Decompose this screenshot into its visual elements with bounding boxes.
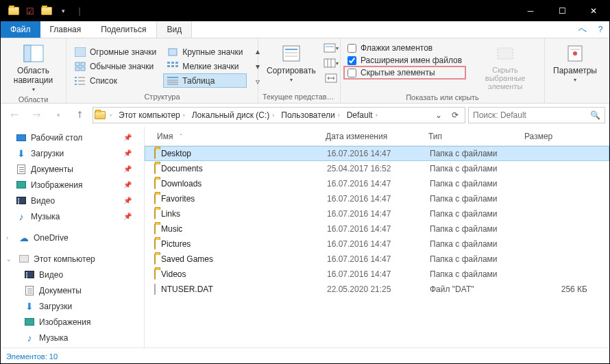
nav-item[interactable]: Документы📌 — [1, 161, 144, 177]
expand-icon[interactable]: › — [6, 234, 14, 241]
add-columns-button[interactable]: ▾ — [323, 56, 339, 70]
size-columns-button[interactable] — [323, 71, 339, 85]
file-row[interactable]: Links16.07.2016 14:47Папка с файлами — [145, 206, 609, 221]
file-type: Папка с файлами — [430, 194, 526, 204]
svg-rect-18 — [75, 84, 77, 85]
nav-item[interactable]: Видео📌 — [1, 193, 144, 208]
file-row[interactable]: Music16.07.2016 14:47Папка с файлами — [145, 221, 609, 236]
group-by-button[interactable]: ▾ — [323, 41, 339, 55]
search-input[interactable]: Поиск: Default 🔍 — [468, 107, 605, 123]
breadcrumb[interactable]: Локальный диск (C:)› — [189, 110, 278, 120]
file-row[interactable]: Favorites16.07.2016 14:47Папка с файлами — [145, 191, 609, 206]
nav-item-label: Музыка — [39, 333, 68, 343]
address-bar[interactable]: › Этот компьютер› Локальный диск (C:)› П… — [93, 107, 465, 123]
layout-extra-large[interactable]: Огромные значки — [71, 45, 160, 59]
file-row[interactable]: Downloads16.07.2016 14:47Папка с файлами — [145, 176, 609, 191]
layout-large[interactable]: Крупные значки — [163, 45, 247, 59]
desktop-icon — [16, 132, 27, 143]
file-date: 16.07.2016 14:47 — [327, 179, 430, 189]
column-date[interactable]: Дата изменения — [317, 132, 420, 141]
file-date: 16.07.2016 14:47 — [327, 224, 430, 234]
breadcrumb[interactable]: Этот компьютер› — [116, 110, 188, 120]
nav-item[interactable]: ♪Музыка📌 — [1, 208, 144, 224]
minimize-button[interactable]: ─ — [515, 1, 546, 21]
layout-small[interactable]: Мелкие значки — [163, 59, 247, 73]
navigation-pane-button[interactable]: Область навигации ▾ — [5, 41, 62, 94]
folder-icon — [95, 110, 106, 121]
file-row[interactable]: Saved Games16.07.2016 14:47Папка с файла… — [145, 252, 609, 267]
folder-icon — [154, 194, 156, 204]
refresh-icon[interactable]: ⟳ — [447, 108, 463, 123]
column-size[interactable]: Размер — [516, 132, 578, 141]
breadcrumb[interactable]: Пользователи› — [278, 110, 342, 120]
nav-item[interactable]: ⬇Загрузки — [1, 298, 144, 314]
navigation-pane[interactable]: Рабочий стол📌⬇Загрузки📌Документы📌Изображ… — [1, 127, 145, 348]
address-dropdown-icon[interactable]: ⌄ — [430, 108, 447, 123]
file-extensions-toggle[interactable]: Расширения имен файлов — [345, 55, 465, 66]
up-button[interactable]: 🡑 — [71, 107, 90, 123]
folder-icon — [154, 209, 156, 219]
file-date: 25.04.2017 16:52 — [327, 164, 430, 173]
close-button[interactable]: ✕ — [578, 1, 609, 21]
file-row[interactable]: Pictures16.07.2016 14:47Папка с файлами — [145, 236, 609, 252]
layout-list[interactable]: Список — [71, 73, 160, 88]
qat-dropdown-icon[interactable]: ▾ — [56, 3, 71, 19]
tab-share[interactable]: Поделиться — [91, 21, 156, 38]
video-icon — [24, 269, 35, 280]
file-type: Папка с файлами — [430, 269, 526, 279]
document-icon — [16, 164, 27, 175]
hidden-items-toggle[interactable]: Скрытые элементы — [345, 67, 465, 78]
nav-onedrive[interactable]: ›☁OneDrive — [1, 230, 144, 245]
nav-item[interactable]: ⬇Загрузки📌 — [1, 145, 144, 161]
file-name: Documents — [161, 164, 203, 173]
forward-button[interactable]: 🡒 — [27, 107, 46, 123]
file-name: Music — [161, 224, 182, 234]
svg-rect-24 — [283, 46, 300, 61]
layout-gallery[interactable]: Огромные значки Крупные значки Обычные з… — [71, 45, 247, 88]
nav-item[interactable]: Видео — [1, 267, 144, 282]
file-row[interactable]: Documents25.04.2017 16:52Папка с файлами — [145, 161, 609, 176]
sort-button[interactable]: Сортировать ▾ — [263, 41, 320, 84]
column-headers[interactable]: Имяˆ Дата изменения Тип Размер — [145, 127, 609, 146]
recent-dropdown[interactable]: ▾ — [49, 107, 68, 123]
pictures-icon — [16, 180, 27, 191]
back-button[interactable]: 🡐 — [5, 107, 24, 123]
ribbon-collapse-icon[interactable]: へ — [574, 21, 591, 38]
file-name: Favorites — [161, 194, 195, 204]
folder-icon — [154, 224, 156, 234]
pin-icon: 📌 — [123, 213, 132, 220]
file-type: Папка с файлами — [430, 239, 526, 249]
help-icon[interactable]: ? — [591, 21, 609, 38]
options-button[interactable]: Параметры ▾ — [549, 41, 601, 84]
nav-item-label: Музыка — [31, 212, 60, 221]
breadcrumb-sep[interactable]: › — [107, 112, 114, 119]
nav-item[interactable]: Изображения📌 — [1, 177, 144, 193]
ribbon: Область навигации ▾ Области Огромные зна… — [1, 38, 609, 104]
file-list[interactable]: Desktop16.07.2016 14:47Папка с файламиDo… — [145, 146, 609, 297]
maximize-button[interactable]: ☐ — [546, 1, 578, 21]
nav-item[interactable]: Изображения — [1, 314, 144, 330]
file-row[interactable]: Videos16.07.2016 14:47Папка с файлами — [145, 267, 609, 282]
nav-this-pc[interactable]: ⌄Этот компьютер — [1, 251, 144, 267]
file-name: NTUSER.DAT — [161, 284, 213, 294]
file-row[interactable]: NTUSER.DAT22.05.2020 21:25Файл "DAT"256 … — [145, 282, 609, 297]
file-row[interactable]: Desktop16.07.2016 14:47Папка с файлами — [145, 146, 609, 161]
qat-new-folder-icon[interactable] — [39, 3, 54, 19]
file-menu[interactable]: Файл — [1, 21, 40, 38]
tab-view[interactable]: Вид — [156, 21, 192, 38]
qat-folder-icon[interactable] — [6, 3, 21, 19]
file-date: 16.07.2016 14:47 — [327, 194, 430, 204]
hide-selected-button[interactable]: Скрыть выбранные элементы — [470, 41, 540, 92]
breadcrumb[interactable]: Default› — [344, 110, 380, 120]
qat-properties-icon[interactable]: ☑ — [23, 3, 38, 19]
nav-item[interactable]: ♪Музыка — [1, 330, 144, 345]
layout-medium[interactable]: Обычные значки — [71, 59, 160, 73]
nav-item[interactable]: Документы — [1, 282, 144, 298]
nav-item[interactable]: Рабочий стол📌 — [1, 130, 144, 145]
column-type[interactable]: Тип — [420, 132, 516, 141]
item-checkboxes-toggle[interactable]: Флажки элементов — [345, 43, 465, 53]
collapse-icon[interactable]: ⌄ — [6, 256, 14, 263]
layout-details[interactable]: Таблица — [163, 73, 247, 88]
tab-home[interactable]: Главная — [40, 21, 92, 38]
column-name[interactable]: Имяˆ — [145, 132, 317, 141]
